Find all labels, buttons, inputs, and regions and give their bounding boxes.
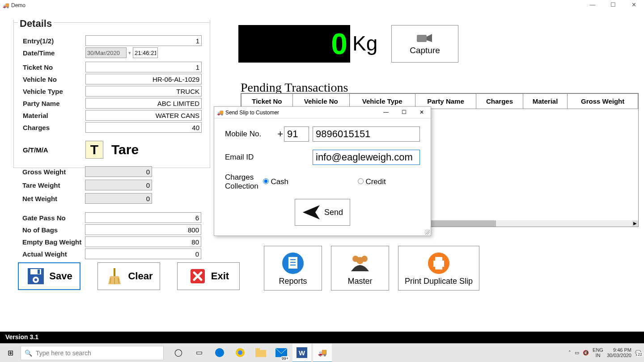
vehicle-no-field[interactable] (85, 74, 202, 84)
country-code-field[interactable] (284, 126, 309, 142)
exit-button[interactable]: Exit (177, 262, 240, 290)
task-view-icon[interactable]: ▭ (190, 344, 208, 362)
search-icon: 🔍 (25, 349, 32, 357)
app-title: Demo (11, 2, 25, 8)
minimize-button[interactable]: — (582, 0, 603, 11)
explorer-icon[interactable] (251, 344, 270, 362)
weight-display: 0 (238, 25, 350, 63)
tray-clock[interactable]: 9:46 PM 30/03/2020 (607, 347, 631, 358)
app-taskbar-icon[interactable]: 🚚 (313, 344, 332, 362)
svg-rect-4 (38, 269, 40, 274)
bags-panel: Gate Pass No No of Bags Empty Bag Weight… (22, 211, 206, 259)
send-icon (302, 204, 321, 220)
master-button[interactable]: Master (331, 246, 389, 290)
actual-weight-field[interactable] (85, 248, 201, 259)
time-field[interactable] (133, 47, 158, 58)
details-heading: Details (18, 18, 54, 29)
send-button[interactable]: Send (295, 199, 350, 226)
capture-button[interactable]: Capture (391, 25, 458, 63)
details-panel: Entry(1/2) Date/Time ▾ Ticket No Vehicle… (13, 20, 210, 168)
battery-icon[interactable]: ▭ (575, 350, 579, 356)
truck-icon: 🚚 (217, 109, 224, 116)
send-slip-modal: 🚚 Send Slip to Customer — ☐ ✕ Mobile No.… (214, 106, 431, 236)
modal-close[interactable]: ✕ (413, 107, 431, 118)
date-field[interactable] (85, 47, 127, 58)
email-field[interactable] (313, 150, 420, 165)
svg-point-27 (215, 348, 224, 357)
reports-icon (281, 252, 305, 275)
printer-icon (427, 252, 450, 275)
volume-icon[interactable]: 🔇 (583, 350, 589, 356)
svg-text:W: W (299, 349, 305, 357)
maximize-button[interactable]: ☐ (603, 0, 623, 11)
gtma-text: Tare (111, 142, 139, 157)
edge-icon[interactable] (210, 344, 229, 362)
party-field[interactable] (85, 98, 202, 109)
svg-rect-31 (255, 348, 260, 350)
window-controls: — ☐ ✕ (582, 0, 644, 11)
people-icon (348, 252, 372, 275)
entry-field[interactable] (85, 35, 202, 46)
svg-marker-1 (427, 34, 432, 42)
mobile-field[interactable] (313, 126, 420, 142)
svg-rect-0 (417, 35, 427, 42)
cash-radio[interactable]: Cash (263, 177, 331, 186)
charges-field[interactable] (85, 122, 202, 133)
save-icon (26, 266, 46, 286)
no-of-bags-field[interactable] (85, 224, 201, 235)
app-titlebar: 🚚 Demo (0, 0, 644, 11)
grid-scroll-right[interactable]: ▶ (632, 220, 638, 227)
taskbar-search[interactable]: 🔍 Type here to search (21, 346, 164, 360)
print-duplicate-button[interactable]: Print Duplicate Slip (398, 246, 479, 290)
empty-bag-weight-field[interactable] (85, 236, 201, 247)
close-button[interactable]: ✕ (623, 0, 644, 11)
modal-minimize[interactable]: — (377, 107, 395, 118)
camera-icon (416, 32, 434, 44)
resize-grip[interactable] (424, 229, 430, 235)
broom-icon (105, 266, 124, 286)
cortana-icon[interactable]: ◯ (169, 344, 188, 362)
start-button[interactable]: ⊞ (0, 349, 21, 357)
credit-radio[interactable]: Credit (358, 177, 426, 186)
gtma-letter: T (85, 141, 103, 159)
tray-chevron-icon[interactable]: ˄ (568, 350, 571, 356)
reports-button[interactable]: Reports (264, 246, 322, 290)
gate-pass-field[interactable] (85, 212, 201, 223)
chrome-icon[interactable] (231, 344, 250, 362)
weights-panel: Gross Weight Tare Weight Net Weight (22, 165, 157, 204)
vehicle-type-field[interactable] (85, 86, 202, 97)
svg-rect-30 (255, 350, 266, 357)
svg-point-20 (356, 257, 364, 264)
taskbar: ⊞ 🔍 Type here to search ◯ ▭ 99+ W 🚚 ˄ ▭ … (0, 343, 644, 362)
date-dropdown-icon[interactable]: ▾ (128, 50, 131, 56)
version-bar: Version 3.1 (0, 332, 644, 343)
truck-icon: 🚚 (3, 2, 9, 8)
clear-button[interactable]: Clear (97, 262, 160, 290)
svg-rect-24 (435, 265, 442, 269)
net-weight-field[interactable] (85, 193, 152, 204)
exit-icon (188, 266, 208, 286)
gross-weight-field[interactable] (85, 166, 152, 177)
svg-rect-7 (114, 268, 115, 276)
ticket-field[interactable] (85, 62, 202, 72)
modal-maximize[interactable]: ☐ (395, 107, 413, 118)
svg-point-29 (238, 350, 242, 355)
word-icon[interactable]: W (292, 344, 311, 362)
mail-icon[interactable]: 99+ (272, 344, 291, 362)
material-field[interactable] (85, 110, 202, 121)
tare-weight-field[interactable] (85, 180, 152, 190)
notifications-icon[interactable]: 💬22 (635, 350, 641, 356)
weight-unit: Kg (352, 31, 377, 55)
svg-point-6 (34, 278, 37, 281)
save-button[interactable]: Save (18, 262, 80, 290)
svg-rect-23 (435, 257, 442, 261)
